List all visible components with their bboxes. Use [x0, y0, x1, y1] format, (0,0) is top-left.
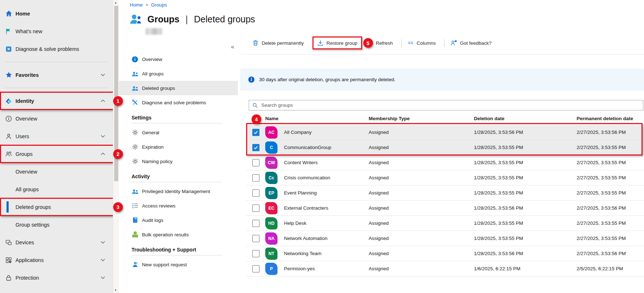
checklist-icon — [132, 202, 138, 209]
nav-item-privileged-identity-management[interactable]: Privileged Identity Management — [119, 184, 238, 198]
sidebar-divider — [6, 88, 107, 88]
table-row[interactable]: ACAll CompanyAssigned1/28/2025, 3:53:56 … — [246, 125, 644, 140]
toolbar-button-delete-permanently[interactable]: Delete permanently — [252, 40, 304, 46]
row-checkbox[interactable] — [252, 144, 259, 151]
nav-item-diagnose-and-solve-problems[interactable]: Diagnose and solve problems — [119, 95, 238, 110]
sidebar-item-all-groups[interactable]: All groups — [0, 180, 113, 198]
sidebar-item-label: Identity — [15, 98, 96, 104]
row-checkbox[interactable] — [252, 189, 259, 197]
groups-people-icon — [129, 13, 143, 25]
toolbar-button-got-feedback[interactable]: Got feedback? — [450, 40, 492, 46]
row-checkbox[interactable] — [252, 235, 259, 242]
row-checkbox[interactable] — [252, 205, 259, 212]
annotation-badge: 4 — [252, 114, 261, 124]
toolbar-button-restore-group[interactable]: Restore group — [312, 36, 362, 49]
toolbar-button-columns[interactable]: Columns — [408, 40, 436, 46]
sidebar-item-label: Devices — [15, 240, 96, 245]
restore-icon — [317, 40, 324, 46]
sidebar-item-home[interactable]: Home — [0, 5, 113, 22]
sidebar-item-label: Applications — [15, 257, 96, 263]
sidebar-item-users[interactable]: Users — [0, 127, 113, 145]
sidebar-item-overview[interactable]: Overview — [0, 110, 113, 127]
table-row[interactable]: NANetwork AutomationAssigned1/28/2025, 3… — [246, 231, 644, 246]
more-menu-icon[interactable]: ··· — [241, 14, 247, 20]
table-row[interactable]: EPEvent PlanningAssigned1/28/2025, 3:53:… — [246, 185, 644, 201]
scroll-down-icon[interactable]: ▼ — [114, 289, 117, 292]
gear-icon — [132, 144, 138, 150]
table-row[interactable]: CcCrisis communicationAssigned1/28/2025,… — [246, 170, 644, 185]
sidebar-item-identity[interactable]: Identity1 — [0, 92, 113, 110]
nav-item-bulk-operation-results[interactable]: Bulk operation results — [119, 227, 238, 242]
sidebar-item-what-s-new[interactable]: What's new — [0, 22, 113, 40]
nav-item-expiration[interactable]: Expiration — [119, 140, 238, 154]
deletion-date: 1/28/2025, 3:53:55 PM — [474, 175, 577, 180]
breadcrumb-home-link[interactable]: Home — [130, 2, 143, 8]
sidebar-item-protection[interactable]: Protection — [0, 269, 113, 287]
chevron-down-icon — [98, 257, 107, 263]
table-row[interactable]: ECExternal ContractersAssigned1/28/2025,… — [246, 201, 644, 216]
sidebar-item-group-settings[interactable]: Group settings — [0, 216, 113, 233]
nav-item-general[interactable]: General — [119, 125, 238, 140]
people-blue-icon — [132, 188, 138, 194]
row-checkbox[interactable] — [252, 220, 259, 227]
table-row[interactable]: HDHelp DeskAssigned1/28/2025, 3:53:55 PM… — [246, 216, 644, 231]
table-row[interactable]: NTNetworking TeamAssigned1/28/2025, 3:53… — [246, 246, 644, 261]
collapse-nav-icon[interactable]: « — [231, 44, 234, 50]
sidebar-item-applications[interactable]: Applications — [0, 251, 113, 269]
sidebar-item-groups[interactable]: Groups2 — [0, 145, 113, 163]
table-header: Name Membership Type Deletion date Perma… — [246, 113, 644, 124]
column-header-name[interactable]: Name — [265, 116, 369, 121]
sidebar-item-diagnose-solve-problems[interactable]: Diagnose & solve problems — [0, 40, 113, 58]
nav-item-label: New support request — [142, 262, 187, 267]
nav-item-all-groups[interactable]: All groups — [119, 66, 238, 81]
sidebar-item-devices[interactable]: Devices — [0, 233, 113, 251]
breadcrumb-groups-link[interactable]: Groups — [151, 2, 167, 8]
row-checkbox[interactable] — [252, 250, 259, 257]
selected-indicator — [6, 201, 9, 213]
search-box[interactable] — [249, 100, 643, 110]
search-input[interactable] — [261, 102, 640, 108]
membership-type: Assigned — [369, 160, 474, 165]
row-checkbox[interactable] — [252, 174, 259, 182]
sidebar-scrollbar[interactable]: ▲ ▼ — [113, 0, 119, 293]
command-bar: Delete permanentlyRestore groupRefresh5C… — [252, 36, 500, 50]
row-checkbox[interactable] — [252, 159, 259, 166]
row-checkbox[interactable] — [252, 129, 259, 136]
table-row[interactable]: CCommunicationGroupAssigned1/28/2025, 3:… — [246, 140, 644, 155]
membership-type: Assigned — [369, 190, 474, 196]
nav-item-access-reviews[interactable]: Access reviews — [119, 198, 238, 213]
group-avatar: EP — [265, 187, 277, 199]
nav-section-header: Troubleshooting + Support — [119, 242, 238, 255]
deletion-date: 1/28/2025, 3:53:55 PM — [474, 190, 577, 196]
applications-icon — [4, 257, 13, 263]
sidebar-item-overview[interactable]: Overview — [0, 163, 113, 180]
membership-type: Assigned — [369, 251, 474, 256]
sidebar-item-favorites[interactable]: Favorites — [0, 66, 113, 84]
identity-icon — [4, 98, 13, 104]
nav-item-new-support-request[interactable]: New support request — [119, 257, 238, 272]
user-icon — [4, 133, 13, 140]
sidebar-item-label: Home — [15, 11, 109, 17]
nav-item-audit-logs[interactable]: Audit logs — [119, 213, 238, 227]
protection-icon — [4, 275, 13, 281]
sidebar-item-deleted-groups[interactable]: Deleted groups3 — [0, 198, 113, 216]
row-checkbox[interactable] — [252, 265, 259, 272]
section-divider — [132, 123, 222, 123]
membership-type: Assigned — [369, 220, 474, 226]
table-row[interactable]: CWContent WritersAssigned1/28/2025, 3:53… — [246, 155, 644, 170]
column-header-membership-type[interactable]: Membership Type — [369, 116, 474, 121]
deletion-date: 1/28/2025, 3:53:56 PM — [474, 251, 577, 256]
table-row[interactable]: PPermision-yesAssigned1/6/2025, 6:22:15 … — [246, 261, 644, 276]
toolbar-divider — [444, 39, 445, 47]
scroll-up-icon[interactable]: ▲ — [114, 1, 117, 4]
nav-item-naming-policy[interactable]: Naming policy — [119, 154, 238, 169]
chevron-down-icon — [98, 72, 107, 78]
people-outline-icon — [4, 151, 13, 157]
column-header-permanent-deletion-date[interactable]: Permanent deletion date — [577, 116, 644, 121]
toolbar-button-refresh[interactable]: Refresh5 — [376, 40, 393, 46]
nav-item-label: All groups — [142, 71, 164, 76]
nav-item-deleted-groups[interactable]: Deleted groups — [119, 81, 238, 95]
nav-item-overview[interactable]: Overview — [119, 52, 238, 66]
group-name: Networking Team — [284, 251, 369, 256]
column-header-deletion-date[interactable]: Deletion date — [474, 116, 577, 121]
